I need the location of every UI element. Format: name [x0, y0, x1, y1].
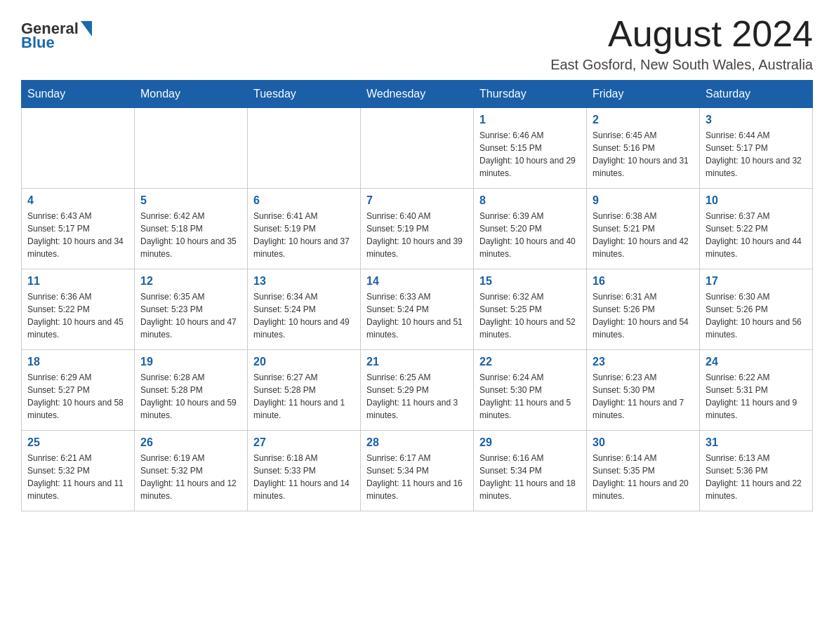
day-number: 26: [140, 436, 241, 449]
day-number: 10: [706, 194, 807, 207]
day-number: 13: [253, 275, 355, 288]
day-number: 19: [140, 356, 241, 368]
day-info: Sunrise: 6:42 AMSunset: 5:18 PMDaylight:…: [140, 210, 241, 260]
calendar-cell: 3Sunrise: 6:44 AMSunset: 5:17 PMDaylight…: [700, 108, 813, 189]
calendar-cell: 20Sunrise: 6:27 AMSunset: 5:28 PMDayligh…: [248, 350, 361, 431]
calendar-cell: 29Sunrise: 6:16 AMSunset: 5:34 PMDayligh…: [474, 431, 587, 511]
calendar-cell: [135, 108, 248, 189]
calendar-cell: 28Sunrise: 6:17 AMSunset: 5:34 PMDayligh…: [361, 431, 474, 511]
week-row-3: 11Sunrise: 6:36 AMSunset: 5:22 PMDayligh…: [22, 269, 813, 350]
day-number: 4: [27, 194, 128, 207]
day-info: Sunrise: 6:41 AMSunset: 5:19 PMDaylight:…: [253, 210, 355, 260]
day-info: Sunrise: 6:13 AMSunset: 5:36 PMDaylight:…: [706, 452, 807, 502]
calendar-cell: 2Sunrise: 6:45 AMSunset: 5:16 PMDaylight…: [587, 108, 700, 189]
page-header: General Blue August 2024 East Gosford, N…: [21, 14, 813, 73]
location-title: East Gosford, New South Wales, Australia: [550, 57, 813, 73]
day-number: 6: [253, 194, 355, 207]
day-number: 23: [593, 356, 694, 368]
calendar-header-row: SundayMondayTuesdayWednesdayThursdayFrid…: [22, 81, 813, 108]
day-number: 14: [366, 275, 468, 288]
day-number: 3: [706, 114, 807, 126]
day-info: Sunrise: 6:45 AMSunset: 5:16 PMDaylight:…: [593, 129, 694, 180]
day-number: 28: [366, 436, 468, 449]
day-number: 11: [27, 275, 128, 288]
day-info: Sunrise: 6:39 AMSunset: 5:20 PMDaylight:…: [479, 210, 581, 260]
day-info: Sunrise: 6:16 AMSunset: 5:34 PMDaylight:…: [479, 452, 581, 502]
calendar-cell: 14Sunrise: 6:33 AMSunset: 5:24 PMDayligh…: [361, 269, 474, 350]
calendar-cell: 5Sunrise: 6:42 AMSunset: 5:18 PMDaylight…: [135, 189, 248, 269]
day-number: 30: [593, 436, 694, 449]
calendar-cell: 26Sunrise: 6:19 AMSunset: 5:32 PMDayligh…: [135, 431, 248, 511]
calendar-cell: 7Sunrise: 6:40 AMSunset: 5:19 PMDaylight…: [361, 189, 474, 269]
day-number: 16: [593, 275, 694, 288]
day-info: Sunrise: 6:22 AMSunset: 5:31 PMDaylight:…: [706, 371, 807, 422]
day-number: 2: [593, 114, 694, 126]
day-info: Sunrise: 6:29 AMSunset: 5:27 PMDaylight:…: [27, 371, 128, 422]
day-info: Sunrise: 6:38 AMSunset: 5:21 PMDaylight:…: [593, 210, 694, 260]
calendar-cell: 11Sunrise: 6:36 AMSunset: 5:22 PMDayligh…: [22, 269, 135, 350]
day-info: Sunrise: 6:25 AMSunset: 5:29 PMDaylight:…: [366, 371, 468, 422]
day-info: Sunrise: 6:28 AMSunset: 5:28 PMDaylight:…: [140, 371, 241, 422]
calendar-cell: 9Sunrise: 6:38 AMSunset: 5:21 PMDaylight…: [587, 189, 700, 269]
day-info: Sunrise: 6:18 AMSunset: 5:33 PMDaylight:…: [253, 452, 355, 502]
day-number: 27: [253, 436, 355, 449]
day-number: 1: [479, 114, 581, 126]
day-info: Sunrise: 6:31 AMSunset: 5:26 PMDaylight:…: [593, 290, 694, 341]
day-info: Sunrise: 6:19 AMSunset: 5:32 PMDaylight:…: [140, 452, 241, 502]
week-row-2: 4Sunrise: 6:43 AMSunset: 5:17 PMDaylight…: [22, 189, 813, 269]
calendar-table: SundayMondayTuesdayWednesdayThursdayFrid…: [21, 80, 813, 511]
day-number: 9: [593, 194, 694, 207]
calendar-cell: 16Sunrise: 6:31 AMSunset: 5:26 PMDayligh…: [587, 269, 700, 350]
day-info: Sunrise: 6:32 AMSunset: 5:25 PMDaylight:…: [479, 290, 581, 341]
calendar-cell: 18Sunrise: 6:29 AMSunset: 5:27 PMDayligh…: [22, 350, 135, 431]
day-number: 18: [27, 356, 128, 368]
calendar-header-wednesday: Wednesday: [361, 81, 474, 108]
calendar-cell: 6Sunrise: 6:41 AMSunset: 5:19 PMDaylight…: [248, 189, 361, 269]
day-number: 20: [253, 356, 355, 368]
day-number: 5: [140, 194, 241, 207]
calendar-header-monday: Monday: [135, 81, 248, 108]
calendar-cell: 30Sunrise: 6:14 AMSunset: 5:35 PMDayligh…: [587, 431, 700, 511]
week-row-5: 25Sunrise: 6:21 AMSunset: 5:32 PMDayligh…: [22, 431, 813, 511]
calendar-cell: 4Sunrise: 6:43 AMSunset: 5:17 PMDaylight…: [22, 189, 135, 269]
calendar-cell: [22, 108, 135, 189]
calendar-header-saturday: Saturday: [700, 81, 813, 108]
day-number: 15: [479, 275, 581, 288]
calendar-cell: [361, 108, 474, 189]
day-info: Sunrise: 6:43 AMSunset: 5:17 PMDaylight:…: [27, 210, 128, 260]
day-info: Sunrise: 6:21 AMSunset: 5:32 PMDaylight:…: [27, 452, 128, 502]
day-info: Sunrise: 6:34 AMSunset: 5:24 PMDaylight:…: [253, 290, 355, 341]
calendar-header-sunday: Sunday: [22, 81, 135, 108]
calendar-cell: 19Sunrise: 6:28 AMSunset: 5:28 PMDayligh…: [135, 350, 248, 431]
calendar-cell: 22Sunrise: 6:24 AMSunset: 5:30 PMDayligh…: [474, 350, 587, 431]
title-block: August 2024 East Gosford, New South Wale…: [550, 14, 813, 73]
day-number: 24: [706, 356, 807, 368]
svg-marker-0: [81, 21, 92, 36]
calendar-header-tuesday: Tuesday: [248, 81, 361, 108]
day-number: 12: [140, 275, 241, 288]
logo: General Blue: [21, 20, 96, 52]
logo-blue-text: Blue: [21, 34, 55, 52]
calendar-cell: 1Sunrise: 6:46 AMSunset: 5:15 PMDaylight…: [474, 108, 587, 189]
day-number: 25: [27, 436, 128, 449]
calendar-cell: 8Sunrise: 6:39 AMSunset: 5:20 PMDaylight…: [474, 189, 587, 269]
day-number: 31: [706, 436, 807, 449]
day-number: 22: [479, 356, 581, 368]
day-info: Sunrise: 6:44 AMSunset: 5:17 PMDaylight:…: [706, 129, 807, 180]
calendar-cell: 15Sunrise: 6:32 AMSunset: 5:25 PMDayligh…: [474, 269, 587, 350]
calendar-cell: 23Sunrise: 6:23 AMSunset: 5:30 PMDayligh…: [587, 350, 700, 431]
day-info: Sunrise: 6:40 AMSunset: 5:19 PMDaylight:…: [366, 210, 468, 260]
calendar-cell: 21Sunrise: 6:25 AMSunset: 5:29 PMDayligh…: [361, 350, 474, 431]
calendar-cell: 24Sunrise: 6:22 AMSunset: 5:31 PMDayligh…: [700, 350, 813, 431]
day-number: 17: [706, 275, 807, 288]
day-info: Sunrise: 6:24 AMSunset: 5:30 PMDaylight:…: [479, 371, 581, 422]
day-info: Sunrise: 6:36 AMSunset: 5:22 PMDaylight:…: [27, 290, 128, 341]
day-info: Sunrise: 6:35 AMSunset: 5:23 PMDaylight:…: [140, 290, 241, 341]
day-info: Sunrise: 6:46 AMSunset: 5:15 PMDaylight:…: [479, 129, 581, 180]
calendar-header-friday: Friday: [587, 81, 700, 108]
day-info: Sunrise: 6:37 AMSunset: 5:22 PMDaylight:…: [706, 210, 807, 260]
calendar-cell: 25Sunrise: 6:21 AMSunset: 5:32 PMDayligh…: [22, 431, 135, 511]
calendar-cell: 27Sunrise: 6:18 AMSunset: 5:33 PMDayligh…: [248, 431, 361, 511]
day-info: Sunrise: 6:23 AMSunset: 5:30 PMDaylight:…: [593, 371, 694, 422]
day-info: Sunrise: 6:14 AMSunset: 5:35 PMDaylight:…: [593, 452, 694, 502]
